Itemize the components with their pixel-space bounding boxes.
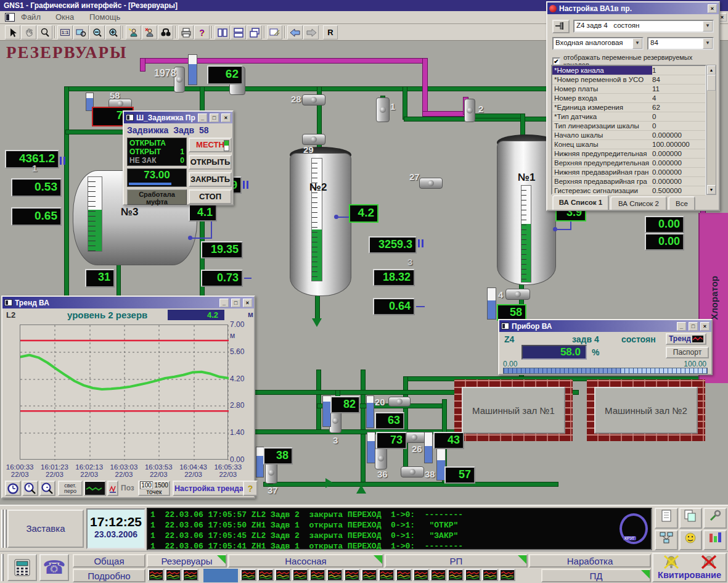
valve-4[interactable] — [505, 289, 530, 300]
property-row[interactable]: Гистерезис сигнализации0.500000 — [552, 186, 705, 196]
tab-podrobno[interactable]: Подробно — [73, 569, 145, 582]
tile-horizontal-icon[interactable] — [231, 25, 246, 39]
open-button[interactable]: ОТКРЫТЬ — [189, 155, 232, 170]
scroll-up-icon[interactable]: ▲ — [707, 65, 716, 75]
property-row[interactable]: Начало шкалы0.000000 — [552, 131, 705, 140]
property-row[interactable]: Номер платы11 — [552, 85, 705, 94]
trend-titlebar[interactable]: Тренд ВА _□× — [2, 297, 254, 308]
tab-obschaya[interactable]: Общая — [73, 554, 145, 568]
operator-logout-icon[interactable] — [142, 25, 157, 39]
valve-2[interactable] — [464, 99, 475, 122]
mini-trend-button[interactable] — [413, 569, 429, 581]
trend-button[interactable]: Тренд — [666, 333, 706, 345]
menu-file[interactable]: Файл — [21, 12, 41, 22]
chevron-down-icon[interactable]: ▼ — [703, 38, 713, 49]
property-row[interactable]: Конец шкалы100.000000 — [552, 140, 705, 149]
operator-login-icon[interactable] — [126, 25, 141, 39]
valve-20[interactable] — [388, 397, 411, 407]
mini-trend-button[interactable] — [465, 569, 481, 581]
ack-panel[interactable]: Квитирование — [652, 553, 727, 582]
property-row[interactable]: Номер входа4 — [552, 94, 705, 103]
tab-rezervuary[interactable]: Резервуары — [147, 554, 227, 568]
chevron-down-icon[interactable]: ▼ — [703, 21, 713, 31]
zoom-window-icon[interactable] — [73, 25, 89, 39]
mini-trend-button[interactable] — [275, 569, 291, 581]
valve-36[interactable] — [375, 447, 387, 469]
tab-narabotka[interactable]: Наработка — [529, 554, 651, 568]
zoom-in-icon[interactable] — [105, 25, 121, 39]
journal-button[interactable] — [655, 508, 678, 529]
number-combobox[interactable]: 84▼ — [647, 37, 714, 50]
minimize-icon[interactable]: _ — [677, 322, 686, 331]
find-binoculars-icon[interactable] — [158, 25, 173, 39]
mini-trend-button[interactable] — [327, 569, 343, 581]
scrollbar[interactable]: ▲ ▼ — [706, 65, 716, 195]
nav-back-icon[interactable] — [287, 25, 303, 39]
tab-va-list-2[interactable]: ВА Список 2 — [610, 196, 667, 210]
mini-trend-button[interactable] — [148, 569, 164, 581]
close-icon[interactable]: × — [243, 299, 252, 307]
property-row[interactable]: *Номер канала1 — [552, 66, 705, 75]
property-row[interactable]: Нижняя предупредительная0.000000 — [552, 149, 705, 159]
property-row[interactable]: Верхняя предупредительная0.000000 — [552, 159, 705, 168]
valve-27[interactable] — [419, 178, 443, 189]
minimize-icon[interactable]: _ — [219, 299, 229, 307]
menu-help[interactable]: Помощь — [89, 12, 120, 22]
light-pen-button[interactable]: свет.перо — [58, 481, 83, 496]
scroll-down-icon[interactable]: ▼ — [707, 185, 716, 194]
valve-37[interactable] — [265, 461, 277, 484]
zoom-lens-icon[interactable] — [37, 25, 52, 39]
property-row[interactable]: *Номер переменной в УСО84 — [552, 75, 705, 85]
properties-list[interactable]: *Номер канала1*Номер переменной в УСО84Н… — [551, 65, 706, 195]
status-smiley-button[interactable] — [679, 530, 703, 551]
valve-29[interactable] — [302, 134, 325, 145]
tab-all[interactable]: Все — [668, 196, 695, 210]
trend-help-button[interactable]: ? — [243, 481, 258, 496]
property-row[interactable]: *Единица измерения62 — [552, 103, 705, 112]
time-zoom-out-button[interactable] — [22, 481, 38, 496]
mini-trend-button[interactable] — [430, 569, 446, 581]
time-zoom-in-button[interactable] — [39, 481, 55, 496]
minimize-icon[interactable]: _ — [198, 114, 207, 122]
cascade-windows-icon[interactable] — [247, 25, 262, 39]
property-row[interactable]: Нижняя предаварийная гран0.000000 — [552, 168, 705, 177]
zoom-out-icon[interactable] — [89, 25, 105, 39]
pin-button[interactable] — [552, 20, 570, 33]
close-icon[interactable]: × — [221, 114, 231, 122]
tab-nasosnaya[interactable]: Насосная — [228, 554, 383, 568]
property-row[interactable]: Верхняя предаварийная гра0.000000 — [552, 177, 705, 186]
machine-hall-2[interactable]: Машинный зал №2 — [587, 379, 705, 441]
event-log[interactable]: 1 22.03.06 17:05:57 ZL2 Задв 2 закрыта П… — [147, 508, 652, 550]
maximize-icon[interactable]: □ — [210, 114, 219, 122]
checkbox-check-icon[interactable]: ✔ — [552, 57, 560, 65]
menu-windows[interactable]: Окна — [55, 12, 74, 22]
variable-combobox[interactable]: Z4 задв 4 состоян▼ — [573, 20, 714, 33]
mini-trend-button[interactable] — [344, 569, 360, 581]
mini-trend-button[interactable] — [396, 569, 412, 581]
close-icon[interactable]: × — [700, 322, 710, 331]
machine-hall-1[interactable]: Машинный зал №1 — [454, 379, 573, 441]
tab-pd[interactable]: ПД — [541, 569, 651, 582]
print-icon[interactable] — [178, 25, 194, 39]
valve-28[interactable] — [302, 94, 325, 105]
mini-trend-button[interactable] — [361, 569, 377, 581]
curve-style-button[interactable] — [84, 481, 106, 496]
time-range-button[interactable] — [5, 481, 21, 496]
settings-dialog-titlebar[interactable]: Настройка ВА1в пр. × — [547, 2, 719, 14]
mini-trend-button[interactable] — [292, 569, 308, 581]
mini-trend-button[interactable] — [448, 569, 464, 581]
nav-forward-icon[interactable] — [303, 25, 319, 39]
report-button[interactable] — [679, 508, 703, 529]
valve-38[interactable] — [401, 466, 424, 478]
local-mode-button[interactable]: МЕСТН — [189, 138, 232, 152]
scroll-thumb[interactable] — [707, 75, 716, 91]
devices-button[interactable] — [703, 530, 727, 551]
phone-button[interactable]: ☎ — [39, 554, 69, 581]
passport-button[interactable]: Паспорт — [666, 347, 709, 358]
trend-plot[interactable] — [20, 325, 228, 460]
tab-va-list-1[interactable]: ВА Список 1 — [552, 195, 609, 210]
network-button[interactable] — [655, 530, 678, 551]
type-combobox[interactable]: Входная аналоговая▼ — [552, 37, 644, 50]
actual-size-icon[interactable]: 1:1 — [57, 25, 73, 39]
property-row[interactable]: *Тип датчика0 — [552, 112, 705, 122]
